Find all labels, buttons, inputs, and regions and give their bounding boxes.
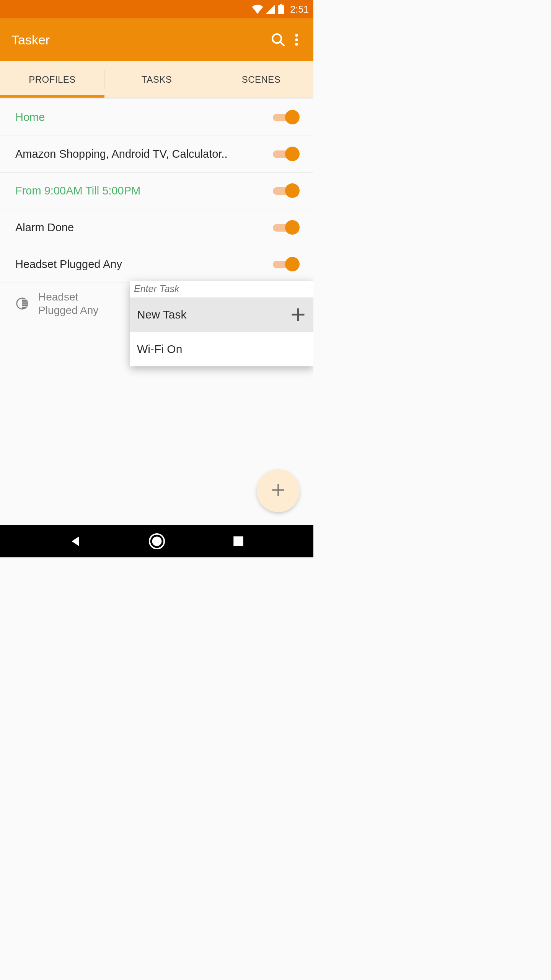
tab-label: PROFILES xyxy=(29,74,76,85)
tab-profiles[interactable]: PROFILES xyxy=(0,61,104,98)
app-title: Tasker xyxy=(11,33,269,47)
profile-row-alarm[interactable]: Alarm Done xyxy=(0,209,313,246)
back-button[interactable] xyxy=(64,530,87,553)
profile-toggle[interactable] xyxy=(273,257,298,272)
profile-row-headset[interactable]: Headset Plugged Any xyxy=(0,246,313,283)
popup-header: Enter Task xyxy=(130,281,313,297)
plus-icon xyxy=(290,306,306,323)
svg-rect-18 xyxy=(233,536,243,546)
profile-label: Home xyxy=(15,111,273,124)
svg-point-4 xyxy=(295,34,298,37)
profile-condition-label: Headset Plugged Any xyxy=(38,290,115,317)
status-bar: 2:51 xyxy=(0,0,313,18)
profile-label: Amazon Shopping, Android TV, Calculator.… xyxy=(15,148,273,160)
search-icon[interactable] xyxy=(269,32,287,47)
tab-tasks[interactable]: TASKS xyxy=(104,61,209,98)
tab-scenes[interactable]: SCENES xyxy=(209,61,313,98)
profile-toggle[interactable] xyxy=(273,147,298,162)
profile-toggle[interactable] xyxy=(273,110,298,125)
profile-toggle[interactable] xyxy=(273,220,298,235)
svg-rect-1 xyxy=(279,5,285,14)
profile-label: Alarm Done xyxy=(15,221,273,234)
svg-line-3 xyxy=(280,42,284,46)
home-button[interactable] xyxy=(145,530,168,553)
profile-row-home[interactable]: Home xyxy=(0,99,313,136)
profile-row-apps[interactable]: Amazon Shopping, Android TV, Calculator.… xyxy=(0,136,313,173)
plus-icon xyxy=(270,482,286,500)
popup-item-label: New Task xyxy=(137,308,290,321)
profile-label: From 9:00AM Till 5:00PM xyxy=(15,185,273,197)
svg-point-6 xyxy=(295,43,298,46)
status-time: 2:51 xyxy=(290,4,309,15)
half-circle-icon xyxy=(15,297,29,310)
profile-toggle[interactable] xyxy=(273,184,298,198)
profile-label: Headset Plugged Any xyxy=(15,258,273,271)
tab-indicator xyxy=(0,95,104,98)
add-fab[interactable] xyxy=(257,469,300,512)
navigation-bar xyxy=(0,525,313,557)
cell-signal-icon xyxy=(266,5,276,14)
tab-bar: PROFILES TASKS SCENES xyxy=(0,61,313,98)
popup-item-label: Wi-Fi On xyxy=(137,343,306,356)
svg-point-17 xyxy=(152,536,161,546)
svg-rect-0 xyxy=(280,4,282,5)
svg-point-5 xyxy=(295,38,298,41)
popup-item-wifi-on[interactable]: Wi-Fi On xyxy=(130,332,313,366)
recent-apps-button[interactable] xyxy=(227,530,250,553)
battery-icon xyxy=(278,4,285,14)
wifi-icon xyxy=(252,5,263,14)
profile-row-time[interactable]: From 9:00AM Till 5:00PM xyxy=(0,173,313,209)
app-bar: Tasker xyxy=(0,18,313,61)
tab-label: SCENES xyxy=(242,74,281,85)
enter-task-popup: Enter Task New Task Wi-Fi On xyxy=(130,281,313,366)
tab-label: TASKS xyxy=(142,74,172,85)
popup-item-new-task[interactable]: New Task xyxy=(130,297,313,332)
overflow-menu-icon[interactable] xyxy=(287,32,306,47)
